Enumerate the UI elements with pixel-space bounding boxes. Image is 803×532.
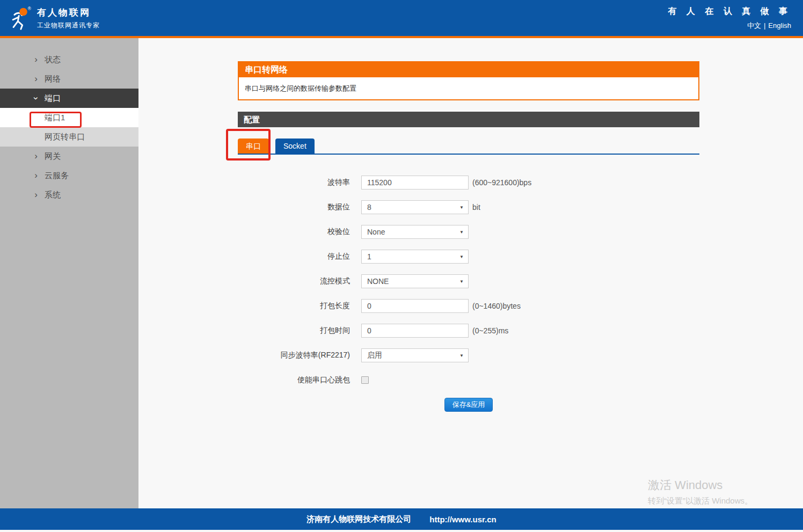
sidebar-item-cloud-service[interactable]: ›云服务 (0, 166, 138, 185)
form-row-pack-time: 打包时间(0~255)ms (238, 324, 699, 338)
header-right: 有 人 在 认 真 做 事 中文|English (668, 6, 791, 31)
sidebar-item-label: 网络 (45, 74, 61, 83)
pack-time-label: 打包时间 (238, 326, 350, 336)
sidebar-nav: ›状态›网络›端口端口1网页转串口›网关›云服务›系统 (0, 38, 138, 508)
page: ® 有人物联网 工业物联网通讯专家 有 人 在 认 真 做 事 中文|Engli… (0, 0, 803, 532)
section-config-header: 配置 (238, 112, 699, 127)
form-row-flow-control: 流控模式NONE▼ (238, 274, 699, 288)
sidebar-item-web-to-serial[interactable]: 网页转串口 (0, 127, 138, 147)
tab-serial[interactable]: 串口 (238, 139, 269, 154)
data-bits-hint: bit (472, 203, 480, 212)
sync-baudrate-rf2217-selected-value: 启用 (367, 351, 382, 360)
sidebar-item-label: 云服务 (45, 171, 69, 180)
stop-bits-select[interactable]: 1▼ (361, 250, 469, 264)
chevron-right-icon: › (32, 50, 40, 69)
serial-heartbeat-checkbox[interactable] (361, 376, 369, 384)
sidebar-item-label: 网关 (45, 151, 61, 161)
chevron-right-icon: › (32, 147, 40, 166)
serial-config-form: 波特率(600~921600)bps数据位8▼bit校验位None▼停止位1▼流… (238, 176, 699, 387)
data-bits-select[interactable]: 8▼ (361, 200, 469, 214)
sidebar-item-system[interactable]: ›系统 (0, 185, 138, 205)
parity-label: 校验位 (238, 227, 350, 237)
windows-activation-watermark: 激活 Windows 转到“设置”以激活 Windows。 (648, 477, 753, 506)
form-row-parity: 校验位None▼ (238, 225, 699, 239)
top-header: ® 有人物联网 工业物联网通讯专家 有 人 在 认 真 做 事 中文|Engli… (0, 0, 803, 38)
footer: 济南有人物联网技术有限公司 http://www.usr.cn (0, 508, 803, 530)
chevron-right-icon: › (32, 166, 40, 185)
lang-english-link[interactable]: English (768, 21, 791, 30)
pack-time-input[interactable] (361, 324, 469, 338)
chevron-right-icon: › (32, 185, 40, 205)
save-apply-button[interactable]: 保存&应用 (444, 398, 493, 412)
form-row-sync-baudrate-rf2217: 同步波特率(RF2217)启用▼ (238, 348, 699, 362)
parity-select[interactable]: None▼ (361, 225, 469, 239)
pack-length-input[interactable] (361, 299, 469, 313)
sidebar-item-status[interactable]: ›状态 (0, 50, 138, 69)
dropdown-arrow-icon: ▼ (459, 353, 464, 358)
sidebar-item-label: 端口1 (45, 113, 65, 122)
sidebar-item-port-1[interactable]: 端口1 (0, 108, 138, 127)
sidebar-item-label: 系统 (45, 190, 61, 199)
chevron-right-icon: › (32, 69, 40, 89)
lang-chinese-link[interactable]: 中文 (747, 21, 761, 30)
brand-subtitle: 工业物联网通讯专家 (37, 21, 100, 30)
language-switch: 中文|English (668, 21, 791, 31)
pack-length-hint: (0~1460)bytes (472, 302, 521, 310)
page-title: 串口转网络 (239, 62, 698, 77)
chevron-down-icon: › (26, 94, 46, 102)
brand-text: 有人物联网 工业物联网通讯专家 (37, 6, 100, 30)
content-panel: 串口转网络 串口与网络之间的数据传输参数配置 配置 串口Socket 波特率(6… (238, 38, 699, 412)
dropdown-arrow-icon: ▼ (459, 205, 464, 210)
sidebar-item-label: 状态 (45, 55, 61, 64)
brand: ® 有人物联网 工业物联网通讯专家 (8, 5, 100, 31)
serial-heartbeat-label: 使能串口心跳包 (238, 375, 350, 385)
parity-selected-value: None (367, 228, 385, 236)
tab-bar: 串口Socket (238, 139, 699, 155)
main-area: 串口转网络 串口与网络之间的数据传输参数配置 配置 串口Socket 波特率(6… (138, 38, 803, 508)
dropdown-arrow-icon: ▼ (459, 254, 464, 259)
sync-baudrate-rf2217-select[interactable]: 启用▼ (361, 348, 469, 362)
svg-text:®: ® (28, 6, 31, 11)
flow-control-label: 流控模式 (238, 276, 350, 286)
pack-time-hint: (0~255)ms (472, 326, 508, 335)
sidebar-item-port[interactable]: ›端口 (0, 89, 138, 108)
form-row-stop-bits: 停止位1▼ (238, 250, 699, 264)
pack-length-label: 打包长度 (238, 301, 350, 311)
stop-bits-selected-value: 1 (367, 252, 371, 261)
flow-control-selected-value: NONE (367, 277, 389, 286)
slogan: 有 人 在 认 真 做 事 (668, 6, 791, 17)
data-bits-label: 数据位 (238, 202, 350, 212)
lang-divider: | (764, 21, 765, 30)
tab-socket[interactable]: Socket (275, 139, 315, 154)
baud-rate-input[interactable] (361, 176, 469, 190)
dropdown-arrow-icon: ▼ (459, 230, 464, 235)
watermark-line2: 转到“设置”以激活 Windows。 (648, 496, 753, 506)
watermark-line1: 激活 Windows (648, 477, 753, 493)
page-description: 串口与网络之间的数据传输参数配置 (239, 77, 698, 99)
sidebar-item-label: 端口 (45, 93, 61, 103)
save-row: 保存&应用 (238, 398, 699, 412)
baud-rate-hint: (600~921600)bps (472, 178, 531, 187)
sync-baudrate-rf2217-label: 同步波特率(RF2217) (238, 351, 350, 360)
flow-control-select[interactable]: NONE▼ (361, 274, 469, 288)
sidebar-item-gateway[interactable]: ›网关 (0, 147, 138, 166)
sidebar-item-network[interactable]: ›网络 (0, 69, 138, 89)
page-title-box: 串口转网络 串口与网络之间的数据传输参数配置 (238, 61, 699, 100)
form-row-pack-length: 打包长度(0~1460)bytes (238, 299, 699, 313)
footer-company: 济南有人物联网技术有限公司 (306, 514, 411, 524)
brand-title: 有人物联网 (37, 6, 100, 19)
sidebar-item-label: 网页转串口 (45, 132, 85, 141)
usr-logo-icon: ® (8, 5, 32, 31)
dropdown-arrow-icon: ▼ (459, 279, 464, 284)
form-row-data-bits: 数据位8▼bit (238, 200, 699, 214)
baud-rate-label: 波特率 (238, 178, 350, 187)
footer-url-link[interactable]: http://www.usr.cn (429, 515, 496, 524)
form-row-serial-heartbeat: 使能串口心跳包 (238, 373, 699, 387)
stop-bits-label: 停止位 (238, 252, 350, 261)
data-bits-selected-value: 8 (367, 203, 371, 212)
form-row-baud-rate: 波特率(600~921600)bps (238, 176, 699, 190)
